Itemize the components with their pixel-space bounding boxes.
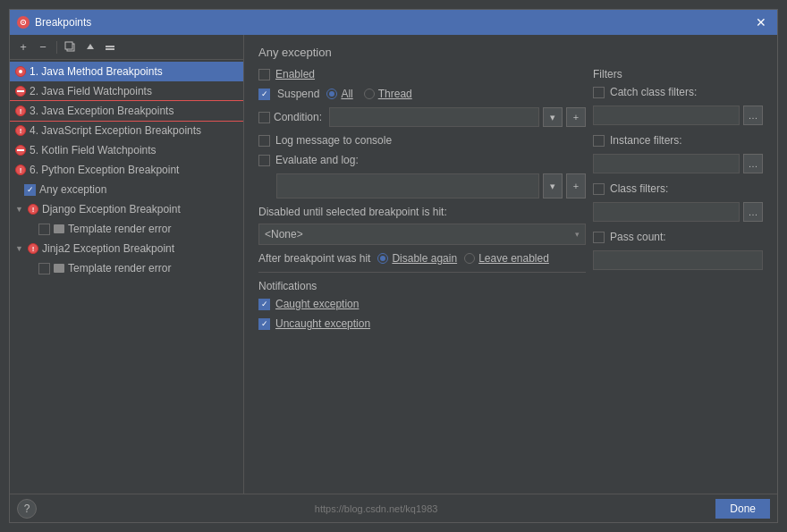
evaluate-input[interactable] [276,173,539,198]
tree-item-java-exception[interactable]: ! 3. Java Exception Breakpoints [10,101,243,121]
right-area: Enabled Suspend All [258,68,763,337]
instance-filter-row: Instance filters: … [593,134,763,173]
leave-enabled-radio[interactable]: Leave enabled [464,252,549,265]
instance-more-btn[interactable]: … [743,154,763,173]
jinja2-label: Jinja2 Exception Breakpoint [42,242,174,255]
caught-exception-checkbox[interactable] [258,299,270,310]
catch-class-filter-row: Catch class filters: … [593,86,763,125]
catch-class-more-btn[interactable]: … [743,106,763,125]
evaluate-dropdown-btn[interactable]: ▾ [543,173,563,198]
tree-item-python[interactable]: ! 6. Python Exception Breakpoint [10,160,243,180]
dialog-content: + − [10,35,777,494]
right-filters: Filters Catch class filters: … [593,68,763,337]
tree-item-label: 4. JavaScript Exception Breakpoints [30,124,201,137]
condition-dropdown-btn[interactable]: ▾ [543,107,563,127]
tree-item-label: 5. Kotlin Field Watchpoints [30,144,157,156]
any-exception-item[interactable]: Any exception [10,180,243,199]
all-radio-btn[interactable] [326,89,337,99]
settings-button[interactable] [102,39,118,55]
breakpoint-minus-icon [15,145,26,156]
tree-item-javascript[interactable]: ! 4. JavaScript Exception Breakpoints [10,121,243,140]
breakpoint-warning-icon: ! [15,106,26,116]
condition-input[interactable] [329,107,539,127]
catch-class-input[interactable] [593,106,740,125]
evaluate-add-btn[interactable]: + [566,173,586,198]
disable-again-radio[interactable]: Disable again [377,252,457,265]
done-button[interactable]: Done [715,499,770,519]
caught-exception-label: Caught exception [275,298,359,310]
breakpoint-minus-icon [15,86,26,97]
instance-checkbox[interactable] [593,135,605,147]
title-bar: ⊙ Breakpoints ✕ [10,10,777,35]
class-filter-row: Class filters: … [593,182,763,222]
thread-label: Thread [378,88,412,100]
django-template-checkbox[interactable] [38,224,50,235]
expand-arrow: ▼ [15,205,24,214]
django-template-item[interactable]: Template render error [10,219,243,239]
left-panel: + − [10,35,244,494]
pass-count-input[interactable] [593,250,763,270]
class-more-btn[interactable]: … [743,202,763,222]
uncaught-exception-checkbox[interactable] [258,318,270,330]
condition-add-btn[interactable]: + [566,107,586,127]
leave-enabled-radio-btn[interactable] [464,253,475,264]
suspend-checkbox[interactable] [258,89,270,100]
uncaught-exception-row: Uncaught exception [258,317,586,330]
right-panel: Any exception Enabled Suspend [244,35,777,494]
class-label: Class filters: [610,182,668,195]
instance-input[interactable] [593,154,740,173]
thread-radio-btn[interactable] [364,89,375,99]
dropdown-arrow-icon: ▾ [575,230,580,239]
jinja2-template-item[interactable]: Template render error [10,258,243,278]
folder-icon [54,224,64,233]
suspend-radio-group: All Thread [326,88,411,100]
pass-count-checkbox[interactable] [593,232,605,243]
move-up-button[interactable] [82,39,98,55]
log-message-label: Log message to console [275,134,392,147]
condition-label: Condition: [274,111,322,123]
log-message-checkbox[interactable] [258,135,270,147]
all-label: All [341,88,352,100]
jinja2-group[interactable]: ▼ ! Jinja2 Exception Breakpoint [10,239,243,258]
breakpoint-warning-icon: ! [15,125,26,136]
tree-item-kotlin[interactable]: 5. Kotlin Field Watchpoints [10,140,243,160]
add-button[interactable]: + [15,39,31,55]
dialog-title: Breakpoints [35,16,91,29]
remove-button[interactable]: − [35,39,51,55]
evaluate-checkbox[interactable] [258,155,270,166]
help-button[interactable]: ? [17,499,37,519]
enabled-checkbox[interactable] [258,69,270,80]
class-checkbox[interactable] [593,183,605,195]
class-input[interactable] [593,202,740,222]
svg-rect-4 [106,48,114,50]
disable-again-radio-btn[interactable] [377,253,388,264]
left-form: Enabled Suspend All [258,68,586,337]
leave-enabled-label: Leave enabled [478,252,549,265]
condition-checkbox[interactable] [258,112,270,123]
after-bp-label: After breakpoint was hit [258,252,370,265]
catch-class-checkbox[interactable] [593,87,605,98]
svg-rect-1 [65,42,72,49]
jinja2-template-checkbox[interactable] [38,263,50,274]
copy-button[interactable] [63,39,79,55]
radio-thread[interactable]: Thread [364,88,412,100]
pass-count-field-row [593,250,763,270]
breakpoint-icon: ⊙ [17,16,30,29]
tree-item-java-method[interactable]: 1. Java Method Breakpoints [10,62,243,81]
disabled-until-dropdown[interactable]: <None> ▾ [258,224,586,245]
evaluate-row: Evaluate and log: [258,154,586,166]
radio-all[interactable]: All [326,88,352,100]
move-up-icon [85,42,96,53]
toolbar: + − [10,35,243,60]
catch-class-checkbox-row: Catch class filters: [593,86,763,98]
watermark-text: https://blog.csdn.net/kq1983 [315,503,438,514]
any-exception-checkbox[interactable] [24,184,36,196]
catch-class-label: Catch class filters: [610,86,697,98]
close-button[interactable]: ✕ [752,14,770,30]
section-title: Any exception [258,46,763,59]
django-group[interactable]: ▼ ! Django Exception Breakpoint [10,199,243,219]
tree-item-java-field[interactable]: 2. Java Field Watchpoints [10,81,243,101]
pass-count-filter-row: Pass count: [593,231,763,270]
instance-label: Instance filters: [610,134,682,147]
class-checkbox-row: Class filters: [593,182,763,195]
